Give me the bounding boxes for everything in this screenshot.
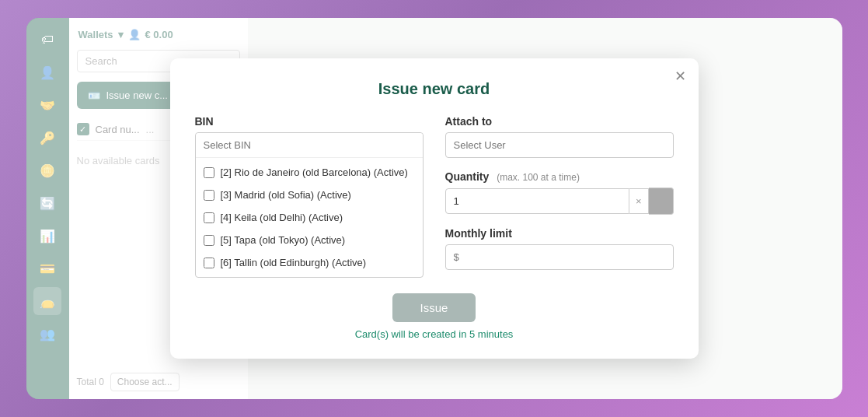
bin-item-label: [5] Tapa (old Tokyo) (Active) bbox=[221, 234, 346, 246]
quantity-clear-button[interactable]: × bbox=[629, 188, 649, 214]
quantity-toggle[interactable] bbox=[649, 187, 674, 215]
list-item[interactable]: [2] Rio de Janeiro (old Barcelona) (Acti… bbox=[196, 161, 423, 184]
bin-item-label: [4] Keila (old Delhi) (Active) bbox=[221, 212, 343, 223]
bin-checkbox-2[interactable] bbox=[204, 167, 214, 178]
monthly-limit-section: Monthly limit bbox=[445, 227, 674, 270]
bin-item-label: [2] Rio de Janeiro (old Barcelona) (Acti… bbox=[221, 166, 408, 178]
bin-column: BIN [2] Rio de Janeiro (old Barcelona) (… bbox=[195, 115, 424, 286]
quantity-sublabel: (max. 100 at a time) bbox=[497, 172, 580, 183]
bin-item-label: [3] Madrid (old Sofia) (Active) bbox=[221, 189, 351, 201]
bin-checkbox-4[interactable] bbox=[204, 212, 214, 223]
quantity-row: × bbox=[445, 187, 674, 215]
issue-card-modal: ✕ Issue new card BIN [2] Rio de Janeiro … bbox=[170, 58, 699, 359]
list-item[interactable]: [4] Keila (old Delhi) (Active) bbox=[196, 206, 423, 229]
right-column: Attach to Quantity (max. 100 at a time) … bbox=[445, 115, 674, 286]
quantity-input[interactable] bbox=[445, 188, 629, 214]
modal-footer: Issue Card(s) will be created in 5 minut… bbox=[195, 293, 674, 340]
bin-item-label: [6] Tallin (old Edinburgh) (Active) bbox=[221, 257, 367, 268]
monthly-limit-label: Monthly limit bbox=[445, 227, 674, 240]
close-button[interactable]: ✕ bbox=[675, 68, 686, 85]
bin-list: [2] Rio de Janeiro (old Barcelona) (Acti… bbox=[196, 158, 423, 277]
bin-search-input[interactable] bbox=[196, 133, 423, 158]
quantity-label: Quantity (max. 100 at a time) bbox=[445, 170, 674, 183]
list-item[interactable]: [3] Madrid (old Sofia) (Active) bbox=[196, 184, 423, 206]
attach-to-label: Attach to bbox=[445, 115, 674, 128]
main-container: 🏷 👤 🤝 🔑 🪙 🔄 📊 💳 👝 👥 Wallets ▾ 👤 € 0.00 🪪… bbox=[26, 18, 842, 399]
bin-checkbox-3[interactable] bbox=[204, 190, 214, 201]
list-item[interactable]: [5] Tapa (old Tokyo) (Active) bbox=[196, 229, 423, 251]
cards-note: Card(s) will be created in 5 minutes bbox=[195, 328, 674, 340]
modal-body: BIN [2] Rio de Janeiro (old Barcelona) (… bbox=[195, 115, 674, 286]
bin-dropdown: [2] Rio de Janeiro (old Barcelona) (Acti… bbox=[195, 132, 424, 278]
issue-submit-button[interactable]: Issue bbox=[392, 293, 476, 322]
modal-overlay: ✕ Issue new card BIN [2] Rio de Janeiro … bbox=[26, 18, 842, 399]
list-item[interactable]: [6] Tallin (old Edinburgh) (Active) bbox=[196, 251, 423, 274]
bin-label: BIN bbox=[195, 115, 424, 128]
modal-title: Issue new card bbox=[195, 80, 674, 98]
bin-checkbox-5[interactable] bbox=[204, 235, 214, 246]
quantity-section: Quantity (max. 100 at a time) × bbox=[445, 170, 674, 215]
monthly-limit-input[interactable] bbox=[445, 244, 674, 270]
bin-checkbox-6[interactable] bbox=[204, 258, 214, 268]
select-user-input[interactable] bbox=[445, 132, 674, 158]
